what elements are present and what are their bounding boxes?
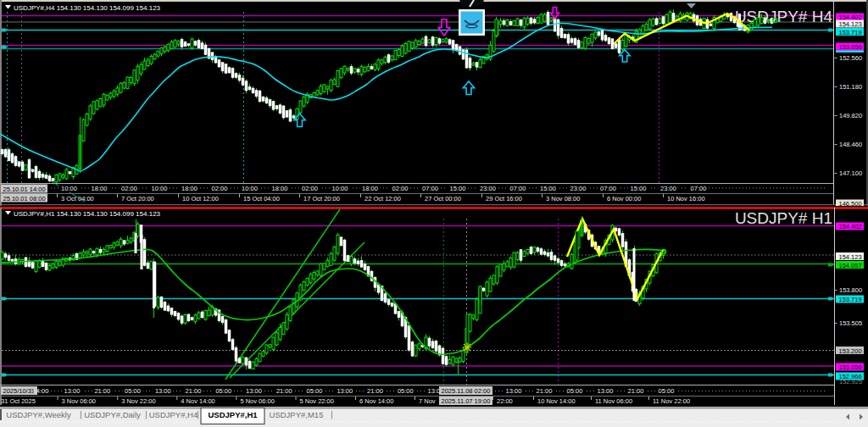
- svg-text:05:00: 05:00: [398, 387, 414, 395]
- svg-text:153.800: 153.800: [839, 286, 862, 294]
- svg-text:02:00: 02:00: [121, 185, 137, 192]
- svg-text:13:00: 13:00: [246, 387, 262, 395]
- svg-text:USDJPY#,M15: USDJPY#,M15: [270, 410, 324, 419]
- svg-text:23:00: 23:00: [570, 185, 587, 192]
- svg-text:17 Oct 20:00: 17 Oct 20:00: [303, 195, 340, 202]
- svg-text:05:00: 05:00: [659, 387, 675, 395]
- svg-text:21:00: 21:00: [367, 387, 383, 395]
- svg-text:5 Nov 22:00: 5 Nov 22:00: [300, 397, 334, 405]
- svg-text:25.10.01 08:00: 25.10.01 08:00: [3, 195, 46, 202]
- svg-text:10 Nov 16:00: 10 Nov 16:00: [667, 195, 705, 202]
- svg-text:22:00: 22:00: [497, 397, 513, 405]
- svg-text:02:00: 02:00: [212, 185, 228, 192]
- svg-text:18:00: 18:00: [362, 185, 378, 192]
- svg-text:21:00: 21:00: [94, 387, 110, 395]
- svg-text:7 Nov: 7 Nov: [419, 397, 436, 405]
- svg-text:05:00: 05:00: [307, 387, 323, 395]
- svg-text:148.460: 148.460: [839, 141, 862, 148]
- svg-text:USDJPY#,Weekly: USDJPY#,Weekly: [6, 410, 71, 419]
- svg-text:18:00: 18:00: [272, 185, 288, 192]
- svg-text:153.505: 153.505: [839, 319, 862, 327]
- svg-text:152.925: 152.925: [839, 378, 862, 385]
- svg-text:27 Oct 00:00: 27 Oct 00:00: [425, 195, 461, 202]
- svg-text:USDJPY# H1: USDJPY# H1: [735, 209, 832, 227]
- svg-text:USDJPY# H4: USDJPY# H4: [735, 8, 833, 25]
- svg-text:13:00: 13:00: [506, 387, 522, 395]
- svg-text:18:00: 18:00: [92, 185, 108, 192]
- svg-text:13:00: 13:00: [64, 387, 81, 395]
- svg-text:3 Oct 04:00: 3 Oct 04:00: [61, 195, 94, 202]
- svg-text:15 Oct 04:00: 15 Oct 04:00: [243, 195, 280, 202]
- svg-text:07:00: 07:00: [510, 185, 526, 192]
- svg-text:153.719: 153.719: [839, 29, 862, 36]
- svg-text:2025/10/31: 2025/10/31: [3, 387, 36, 395]
- svg-text:5 Nov 06:00: 5 Nov 06:00: [240, 397, 274, 405]
- svg-text:14:00: 14:00: [33, 387, 49, 395]
- svg-text:10:00: 10:00: [61, 185, 77, 192]
- svg-text:10 Oct 12:00: 10 Oct 12:00: [182, 195, 219, 202]
- svg-text:USDJPY#,H4: USDJPY#,H4: [149, 410, 198, 419]
- svg-text:7 Oct 20:00: 7 Oct 20:00: [121, 195, 154, 202]
- svg-text:05:00: 05:00: [567, 387, 583, 395]
- svg-text:3 Nov 22:00: 3 Nov 22:00: [121, 397, 155, 405]
- svg-text:147.100: 147.100: [839, 169, 862, 177]
- svg-text:152.560: 152.560: [839, 54, 862, 62]
- svg-text:154.402: 154.402: [839, 223, 862, 230]
- svg-text:2025.11.08 02:00: 2025.11.08 02:00: [442, 387, 491, 395]
- svg-text:23:00: 23:00: [660, 185, 676, 192]
- svg-text:6 Nov 14:00: 6 Nov 14:00: [359, 397, 393, 405]
- svg-text:USDJPY#,Daily: USDJPY#,Daily: [84, 410, 141, 419]
- svg-text:4 Nov 14:00: 4 Nov 14:00: [181, 397, 214, 405]
- svg-text:USDJPY#,H4 154.130 154.130 15: USDJPY#,H4 154.130 154.130 154.099 154.1…: [14, 4, 161, 12]
- svg-text:153.056: 153.056: [839, 43, 862, 51]
- svg-text:154.123: 154.123: [839, 253, 862, 261]
- svg-text:15:00: 15:00: [450, 185, 466, 192]
- svg-text:10:00: 10:00: [152, 185, 168, 192]
- svg-text:151.180: 151.180: [839, 83, 862, 91]
- svg-text:21:00: 21:00: [186, 387, 202, 395]
- svg-text:21:00: 21:00: [537, 387, 553, 395]
- svg-text:15:00: 15:00: [631, 185, 647, 192]
- svg-text:05:00: 05:00: [125, 387, 141, 395]
- svg-text:10:00: 10:00: [242, 185, 258, 192]
- svg-text:31 Oct 2025: 31 Oct 2025: [1, 397, 36, 405]
- svg-text:07:00: 07:00: [600, 185, 616, 192]
- svg-text:05:00: 05:00: [215, 387, 231, 395]
- svg-text:22 Oct 12:00: 22 Oct 12:00: [364, 195, 401, 202]
- svg-text:11 Nov 06:00: 11 Nov 06:00: [595, 397, 632, 405]
- svg-text:USDJPY#,H1 154.130 154.130 15: USDJPY#,H1 154.130 154.130 154.099 154.1…: [14, 210, 161, 218]
- svg-text:10 Nov 14:00: 10 Nov 14:00: [537, 397, 576, 405]
- svg-text:153.719: 153.719: [839, 296, 862, 303]
- svg-text:18:00: 18:00: [181, 185, 198, 192]
- svg-text:153.200: 153.200: [839, 347, 862, 355]
- svg-text:3 Nov 08:00: 3 Nov 08:00: [546, 195, 580, 202]
- svg-text:02:00: 02:00: [302, 185, 318, 192]
- svg-text:USDJPY#,H1: USDJPY#,H1: [208, 410, 258, 419]
- svg-text:13:00: 13:00: [598, 387, 614, 395]
- svg-text:6 Nov 00:00: 6 Nov 00:00: [607, 195, 641, 202]
- svg-text:149.820: 149.820: [839, 112, 862, 119]
- svg-text:10:00: 10:00: [332, 185, 348, 192]
- svg-text:21:00: 21:00: [276, 387, 292, 395]
- svg-text:25.10.01 14:00: 25.10.01 14:00: [3, 186, 46, 193]
- svg-text:3 Nov 06:00: 3 Nov 06:00: [62, 397, 96, 405]
- svg-text:11 Nov 22:00: 11 Nov 22:00: [653, 397, 690, 405]
- svg-text:07:00: 07:00: [691, 185, 707, 192]
- svg-text:153.056: 153.056: [839, 363, 862, 371]
- svg-text:2025.11.07 19:00: 2025.11.07 19:00: [442, 397, 491, 405]
- svg-text:07:00: 07:00: [422, 185, 438, 192]
- svg-text:02:00: 02:00: [392, 185, 409, 192]
- svg-text:13:00: 13:00: [337, 387, 353, 395]
- svg-text:15:00: 15:00: [540, 185, 556, 192]
- svg-text:23:00: 23:00: [480, 185, 496, 192]
- svg-text:21:00: 21:00: [628, 387, 644, 395]
- svg-text:13:00: 13:00: [155, 387, 171, 395]
- svg-text:29 Oct 16:00: 29 Oct 16:00: [486, 195, 522, 202]
- svg-text:154.057: 154.057: [839, 262, 862, 269]
